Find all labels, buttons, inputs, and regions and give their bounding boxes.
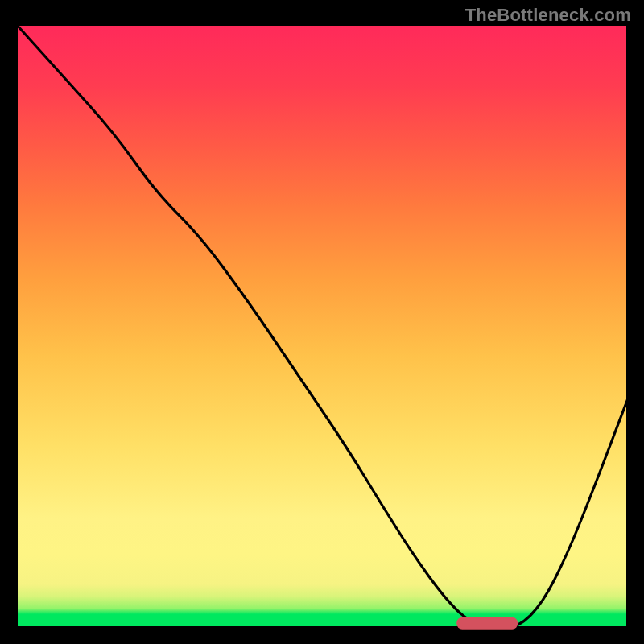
svg-rect-0 [456, 617, 518, 630]
watermark-text: TheBottleneck.com [465, 5, 631, 26]
plot-area [16, 24, 628, 628]
optimal-marker [16, 24, 628, 628]
chart-frame: TheBottleneck.com [0, 0, 644, 644]
